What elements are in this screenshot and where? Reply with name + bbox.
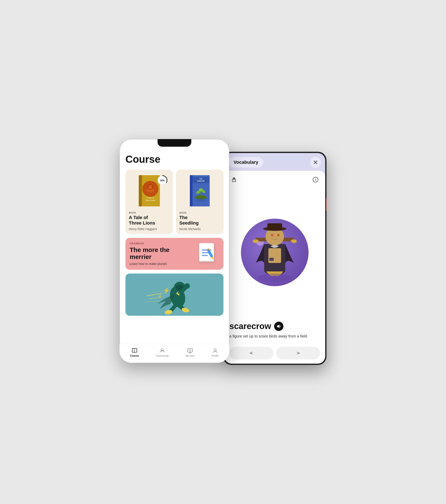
book-author-2: Nicole Michaelis (179, 227, 220, 231)
nav-tutor[interactable]: My tutor (186, 348, 194, 357)
phones-container: Course 33% (120, 139, 326, 365)
vocab-title: Vocabulary (228, 157, 263, 168)
nav-course-label: Course (130, 354, 139, 357)
nav-profile[interactable]: Profile (212, 348, 219, 357)
course-title: Course (125, 153, 223, 165)
vocab-prev-button[interactable]: < (229, 347, 273, 360)
vocab-sound-button[interactable] (274, 322, 283, 331)
grammar-text: GRAMMAR The more themerrier Learn how to… (130, 242, 196, 266)
svg-point-42 (184, 283, 190, 289)
svg-point-83 (258, 273, 292, 282)
grammar-document-icon (196, 242, 219, 265)
profile-icon (212, 348, 218, 354)
vocab-header: Vocabulary (224, 153, 325, 171)
share-icon (231, 177, 237, 182)
nav-community[interactable]: Community (156, 348, 169, 357)
android-screen: Vocabulary (224, 153, 325, 364)
book-card-2[interactable]: THE SEEDLING (176, 170, 223, 234)
book-title-1: A Tale ofThree Lions (129, 215, 169, 226)
iphone-device: Course 33% (120, 139, 229, 363)
vocab-image-area (229, 188, 320, 317)
book-author-1: Henry Rider Haggard (129, 227, 169, 231)
grammar-card[interactable]: GRAMMAR The more themerrier Learn how to… (125, 238, 223, 270)
svg-line-36 (151, 291, 163, 292)
vocab-word: scarecrow (229, 322, 271, 331)
svg-point-24 (194, 198, 208, 202)
vocab-word-row: scarecrow (229, 322, 320, 331)
scarecrow-illustration (241, 219, 309, 286)
course-icon (131, 348, 137, 354)
nav-profile-label: Profile (212, 354, 219, 357)
svg-point-52 (161, 350, 162, 351)
svg-text:A Tale of: A Tale of (147, 197, 154, 199)
svg-point-77 (278, 234, 279, 236)
vocab-content: i (224, 171, 325, 364)
svg-point-9 (148, 185, 152, 189)
book-title-2: TheSeedling (179, 215, 220, 226)
vocab-info-button[interactable]: i (311, 175, 320, 184)
svg-point-55 (189, 349, 191, 351)
books-row: 33% (125, 170, 223, 234)
grammar-title: The more themerrier (130, 246, 196, 260)
svg-point-58 (214, 349, 216, 351)
svg-line-35 (146, 301, 160, 302)
info-icon: i (313, 177, 318, 182)
svg-rect-4 (139, 175, 142, 206)
svg-rect-10 (144, 192, 157, 194)
nav-course[interactable]: Course (130, 348, 139, 357)
iphone-notch (158, 139, 191, 147)
book-type-1: BOOK (129, 212, 169, 214)
svg-point-53 (163, 350, 164, 351)
svg-text:⚡: ⚡ (163, 287, 170, 294)
nav-community-label: Community (156, 354, 169, 357)
svg-marker-84 (277, 324, 279, 328)
svg-rect-54 (187, 349, 193, 352)
svg-point-23 (199, 188, 203, 191)
svg-point-73 (263, 227, 286, 231)
book-cover-seedling: THE SEEDLING (189, 175, 210, 207)
grammar-subtitle: Learn how to make plurals (130, 262, 196, 266)
svg-text:Three Lions: Three Lions (145, 199, 155, 201)
nav-tutor-label: My tutor (186, 354, 194, 357)
vocab-toolbar: i (229, 175, 320, 184)
svg-text:SEEDLING: SEEDLING (197, 180, 205, 182)
svg-rect-49 (132, 348, 137, 352)
svg-rect-26 (199, 261, 214, 262)
vocab-nav-row: < > (229, 343, 320, 364)
svg-text:⚡: ⚡ (158, 294, 162, 299)
community-icon (159, 348, 165, 354)
sound-icon (276, 324, 281, 329)
vocab-share-button[interactable] (229, 175, 239, 184)
svg-text:i: i (315, 178, 316, 181)
svg-rect-14 (190, 175, 193, 206)
book-card-1[interactable]: 33% (125, 170, 173, 234)
svg-rect-15 (193, 177, 209, 183)
android-device: Vocabulary (223, 152, 326, 365)
vocab-next-button[interactable]: > (276, 347, 320, 360)
svg-rect-29 (202, 255, 208, 256)
iphone-screen: Course 33% (120, 139, 229, 363)
svg-text:THE: THE (199, 178, 202, 180)
close-icon (313, 160, 318, 165)
runner-card[interactable]: ⚡ ⚡ (125, 273, 223, 316)
progress-badge: 33% (157, 175, 168, 186)
runner-illustration: ⚡ ⚡ (125, 273, 223, 316)
android-side-button[interactable] (326, 198, 326, 211)
vocab-close-button[interactable] (310, 157, 321, 168)
svg-rect-50 (132, 348, 134, 352)
tutor-icon (187, 348, 193, 354)
bottom-nav: Course Community My tutor (120, 344, 229, 363)
svg-text:33%: 33% (160, 179, 165, 182)
book-cover-wrap-2: THE SEEDLING (179, 173, 220, 209)
vocab-definition: a figure set up to scare birds away from… (229, 333, 320, 339)
book-cover-wrap-1: 33% (129, 173, 169, 209)
grammar-label: GRAMMAR (130, 242, 196, 245)
book-type-2: BOOK (179, 212, 220, 214)
